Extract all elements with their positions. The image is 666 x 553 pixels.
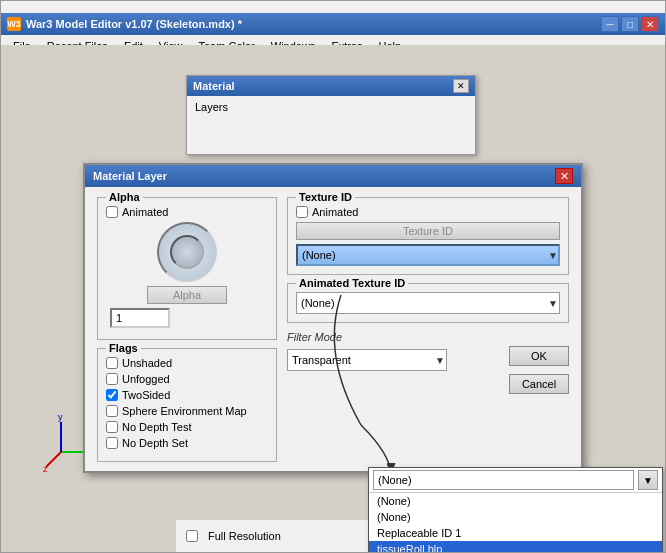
app-title: War3 Model Editor v1.07 (Skeleton.mdx) *	[26, 18, 242, 30]
flag-nodepthset-row: No Depth Set	[106, 437, 268, 449]
dropdown-item-tissueroll[interactable]: tissueRoll.blp	[369, 541, 662, 552]
alpha-animated-label: Animated	[122, 206, 168, 218]
ok-button[interactable]: OK	[509, 346, 569, 366]
title-bar-controls: ─ □ ✕	[601, 16, 659, 32]
material-dialog-title-bar: Material ✕	[187, 76, 475, 96]
texture-dropdown[interactable]: (None)	[296, 244, 560, 266]
filter-buttons-row: Filter Mode Transparent ▼	[287, 331, 569, 394]
dropdown-popup-header: ▼	[369, 468, 662, 493]
app-window: W3 War3 Model Editor v1.07 (Skeleton.mdx…	[0, 0, 666, 553]
dropdown-popup-arrow-button[interactable]: ▼	[638, 470, 658, 490]
texture-dropdown-wrapper: (None) ▼	[296, 244, 560, 266]
filter-mode-dropdown[interactable]: Transparent	[287, 349, 447, 371]
ml-body: Alpha Animated Alpha Flags	[85, 187, 581, 480]
alpha-section: Alpha Animated Alpha	[97, 197, 277, 340]
svg-line-2	[46, 452, 61, 467]
dropdown-item-replaceable[interactable]: Replaceable ID 1	[369, 525, 662, 541]
texture-id-button[interactable]: Texture ID	[296, 222, 560, 240]
ml-title: Material Layer	[93, 170, 167, 182]
material-dialog-controls: ✕	[453, 79, 469, 93]
ok-cancel-buttons: OK Cancel	[509, 331, 569, 394]
flags-section: Flags Unshaded Unfogged TwoSided	[97, 348, 277, 462]
layers-label: Layers	[195, 101, 228, 113]
animated-texture-section: Animated Texture ID (None) ▼	[287, 283, 569, 323]
flag-sphere-checkbox[interactable]	[106, 405, 118, 417]
alpha-button[interactable]: Alpha	[147, 286, 227, 304]
texture-animated-checkbox[interactable]	[296, 206, 308, 218]
alpha-animated-row: Animated	[106, 206, 268, 218]
material-layer-dialog: Material Layer ✕ Alpha Animated Alpha	[83, 163, 583, 473]
flag-nodepthtest-checkbox[interactable]	[106, 421, 118, 433]
texture-animated-row: Animated	[296, 206, 560, 218]
dropdown-popup-input[interactable]	[373, 470, 634, 490]
cancel-button[interactable]: Cancel	[509, 374, 569, 394]
dropdown-item-none-2[interactable]: (None)	[369, 509, 662, 525]
flag-unfogged-checkbox[interactable]	[106, 373, 118, 385]
alpha-dial	[157, 222, 217, 282]
filter-mode-row: Transparent ▼	[287, 349, 447, 371]
app-icon: W3	[7, 17, 21, 31]
flag-sphere-row: Sphere Environment Map	[106, 405, 268, 417]
animated-texture-label: Animated Texture ID	[296, 277, 408, 289]
material-dialog-body: Layers	[187, 96, 475, 118]
flag-nodepthset-label: No Depth Set	[122, 437, 188, 449]
texture-animated-label: Animated	[312, 206, 358, 218]
flag-unfogged-label: Unfogged	[122, 373, 170, 385]
texture-id-section: Texture ID Animated Texture ID (None) ▼	[287, 197, 569, 275]
alpha-value-input[interactable]	[110, 308, 170, 328]
flag-unshaded-row: Unshaded	[106, 357, 268, 369]
flag-nodepthtest-label: No Depth Test	[122, 421, 192, 433]
flag-nodepthtest-row: No Depth Test	[106, 421, 268, 433]
ml-left-panel: Alpha Animated Alpha Flags	[97, 197, 277, 470]
ml-close-button[interactable]: ✕	[555, 168, 573, 184]
alpha-animated-checkbox[interactable]	[106, 206, 118, 218]
flag-twosided-checkbox[interactable]	[106, 389, 118, 401]
animated-texture-dropdown-wrapper: (None) ▼	[296, 292, 560, 314]
flag-sphere-label: Sphere Environment Map	[122, 405, 247, 417]
filter-mode-label: Filter Mode	[287, 331, 342, 343]
maximize-button[interactable]: □	[621, 16, 639, 32]
dropdown-item-none-1[interactable]: (None)	[369, 493, 662, 509]
flag-unshaded-label: Unshaded	[122, 357, 172, 369]
material-dialog-title: Material	[193, 80, 235, 92]
flag-nodepthset-checkbox[interactable]	[106, 437, 118, 449]
close-button[interactable]: ✕	[641, 16, 659, 32]
dropdown-popup: ▼ (None) (None) Replaceable ID 1 tissueR…	[368, 467, 663, 552]
material-dialog-close[interactable]: ✕	[453, 79, 469, 93]
svg-text:z: z	[43, 464, 48, 472]
full-resolution-label: Full Resolution	[208, 530, 281, 542]
flags-section-label: Flags	[106, 342, 141, 354]
material-dialog: Material ✕ Layers	[186, 75, 476, 155]
flag-unshaded-checkbox[interactable]	[106, 357, 118, 369]
ml-title-bar: Material Layer ✕	[85, 165, 581, 187]
full-resolution-checkbox[interactable]	[186, 530, 198, 542]
flag-unfogged-row: Unfogged	[106, 373, 268, 385]
flag-twosided-label: TwoSided	[122, 389, 170, 401]
texture-id-label: Texture ID	[296, 191, 355, 203]
svg-text:y: y	[58, 412, 63, 422]
ml-right-panel: Texture ID Animated Texture ID (None) ▼	[287, 197, 569, 470]
filter-dropdown-wrapper: Transparent ▼	[287, 349, 447, 371]
animated-texture-dropdown[interactable]: (None)	[296, 292, 560, 314]
bg-content: Pr your money ass! x y z Material ✕ Laye…	[1, 45, 665, 552]
app-title-bar: W3 War3 Model Editor v1.07 (Skeleton.mdx…	[1, 13, 665, 35]
minimize-button[interactable]: ─	[601, 16, 619, 32]
flag-twosided-row: TwoSided	[106, 389, 268, 401]
filter-mode-area: Filter Mode Transparent ▼	[287, 331, 447, 371]
alpha-section-label: Alpha	[106, 191, 143, 203]
